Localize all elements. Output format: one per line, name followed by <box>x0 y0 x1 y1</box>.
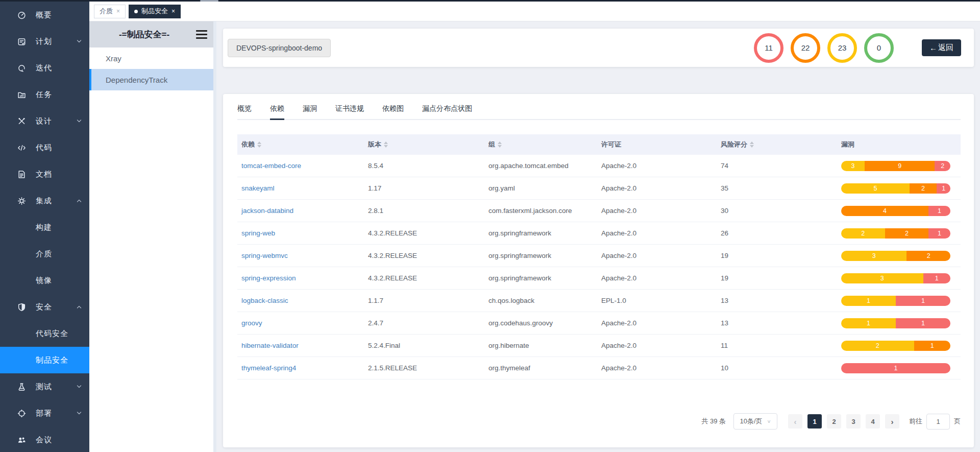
group-cell: org.thymeleaf <box>484 364 597 372</box>
sidebar-item-0[interactable]: 概要 <box>0 2 89 28</box>
sidebar-item-4[interactable]: 设计 <box>0 108 89 134</box>
sidebar-item-11[interactable]: 安全 <box>0 294 89 320</box>
severity-circle-0: 11 <box>754 33 783 63</box>
table-row: spring-web4.3.2.RELEASEorg.springframewo… <box>237 222 961 245</box>
chevron-down-icon <box>76 38 82 44</box>
page-button-1[interactable]: 1 <box>807 414 822 429</box>
tab-2[interactable]: 漏洞 <box>303 104 317 119</box>
column-header-1[interactable]: 版本 <box>364 140 484 149</box>
sidebar-item-2[interactable]: 迭代 <box>0 55 89 81</box>
dependency-cell: logback-classic <box>237 297 364 304</box>
column-header-2[interactable]: 组 <box>484 140 597 149</box>
content-area: DEVOPS-springboot-demo 1122230 ←返回 概览依赖漏… <box>216 21 980 452</box>
vulnerability-bar: 11 <box>841 296 950 306</box>
page-size-select[interactable]: 10条/页 ∨ <box>733 413 777 430</box>
dependency-link[interactable]: thymeleaf-spring4 <box>241 364 296 372</box>
dependency-link[interactable]: spring-expression <box>241 274 296 282</box>
next-page-button[interactable]: › <box>885 414 899 429</box>
sidebar-item-3[interactable]: 任务 <box>0 81 89 108</box>
sidebar-item-13[interactable]: 制品安全 <box>0 347 89 373</box>
table-row: hibernate-validator5.2.4.Finalorg.hibern… <box>237 335 961 357</box>
back-button[interactable]: ←返回 <box>922 39 961 56</box>
sidebar-item-14[interactable]: 测试 <box>0 373 89 400</box>
version-cell: 8.5.4 <box>364 162 484 170</box>
sidebar-item-6[interactable]: 文档 <box>0 161 89 187</box>
tab-1[interactable]: 依赖 <box>270 104 284 119</box>
group-cell: org.springframework <box>484 252 597 259</box>
dependency-link[interactable]: hibernate-validator <box>241 342 299 349</box>
page-button-4[interactable]: 4 <box>866 414 880 429</box>
dependency-link[interactable]: snakeyaml <box>241 184 275 192</box>
license-cell: Apache-2.0 <box>597 364 717 372</box>
tab-3[interactable]: 证书违规 <box>335 104 364 119</box>
license-cell: Apache-2.0 <box>597 229 717 237</box>
license-cell: Apache-2.0 <box>597 274 717 282</box>
column-header-5: 漏洞 <box>837 140 961 149</box>
table-row: thymeleaf-spring42.1.5.RELEASEorg.thymel… <box>237 357 961 379</box>
column-header-label: 依赖 <box>241 140 255 149</box>
dependency-link[interactable]: jackson-databind <box>241 207 293 215</box>
goto-page-input[interactable] <box>926 414 950 430</box>
plan-icon <box>17 37 27 46</box>
prev-page-button[interactable]: ‹ <box>788 414 802 429</box>
column-header-label: 漏洞 <box>841 140 854 149</box>
table-row: jackson-databind2.8.1com.fasterxml.jacks… <box>237 200 961 222</box>
sidebar-item-10[interactable]: 镜像 <box>0 267 89 294</box>
sidebar-item-5[interactable]: 代码 <box>0 134 89 161</box>
tab-4[interactable]: 依赖图 <box>382 104 404 119</box>
chevron-down-icon: ∨ <box>767 419 771 424</box>
menu-icon[interactable] <box>196 30 207 39</box>
tab-0[interactable]: 概览 <box>237 104 252 119</box>
sort-icon[interactable] <box>750 141 754 148</box>
tab-5[interactable]: 漏点分布点状图 <box>422 104 472 119</box>
severity-circle-3: 0 <box>864 33 894 63</box>
sidebar-item-9[interactable]: 介质 <box>0 241 89 267</box>
close-icon[interactable]: × <box>172 8 175 15</box>
vulnerability-cell: 41 <box>837 206 961 216</box>
app-root: 概要计划迭代任务设计代码文档集成构建介质镜像安全代码安全制品安全测试部署会议 介… <box>0 2 980 452</box>
sidebar-item-16[interactable]: 会议 <box>0 426 89 452</box>
panel-item-xray[interactable]: Xray <box>89 47 213 69</box>
sidebar-item-8[interactable]: 构建 <box>0 214 89 241</box>
table-row: snakeyaml1.17org.yamlApache-2.035521 <box>237 177 961 200</box>
chevron-down-icon <box>76 384 82 390</box>
dashboard-icon <box>17 11 27 19</box>
table-row: groovy2.4.7org.codehaus.groovyApache-2.0… <box>237 312 961 335</box>
sidebar-item-1[interactable]: 计划 <box>0 28 89 55</box>
vulnerability-bar: 32 <box>841 251 950 261</box>
sort-icon[interactable] <box>257 141 261 148</box>
dependency-link[interactable]: spring-web <box>241 229 275 237</box>
dependency-link[interactable]: spring-webmvc <box>241 252 288 259</box>
sort-icon[interactable] <box>384 141 388 148</box>
horizontal-scrollbar-thumb[interactable] <box>200 0 218 2</box>
page-button-2[interactable]: 2 <box>827 414 841 429</box>
severity-circle-2: 23 <box>827 33 857 63</box>
column-header-4[interactable]: 风险评分 <box>717 140 837 149</box>
window-top-strip <box>0 0 980 2</box>
vulnerability-cell: 221 <box>837 228 961 239</box>
close-icon[interactable]: × <box>116 8 120 15</box>
open-tab-0[interactable]: 介质× <box>94 5 126 18</box>
vuln-segment-yellow: 2 <box>841 228 885 239</box>
chevron-down-icon <box>76 410 82 416</box>
sidebar-item-7[interactable]: 集成 <box>0 187 89 214</box>
vulnerability-cell: 32 <box>837 251 961 261</box>
open-tab-1[interactable]: 制品安全× <box>129 5 181 18</box>
sidebar-item-label: 计划 <box>36 37 76 46</box>
panel-item-dependencytrack[interactable]: DependencyTrack <box>89 69 213 90</box>
dependency-link[interactable]: logback-classic <box>241 297 288 304</box>
toolbar-card: DEVOPS-springboot-demo 1122230 ←返回 <box>223 29 974 67</box>
dependency-link[interactable]: tomcat-embed-core <box>241 162 301 170</box>
sidebar-item-label: 迭代 <box>36 63 82 73</box>
column-header-0[interactable]: 依赖 <box>237 140 364 149</box>
detail-tabs: 概览依赖漏洞证书违规依赖图漏点分布点状图 <box>237 104 961 120</box>
chevron-up-icon <box>76 304 82 310</box>
vulnerability-bar: 21 <box>841 341 950 351</box>
project-button[interactable]: DEVOPS-springboot-demo <box>228 39 331 57</box>
sort-icon[interactable] <box>498 141 502 148</box>
page-button-3[interactable]: 3 <box>846 414 861 429</box>
sidebar-item-12[interactable]: 代码安全 <box>0 320 89 347</box>
sidebar-item-15[interactable]: 部署 <box>0 400 89 426</box>
risk-score-cell: 11 <box>717 342 837 349</box>
dependency-link[interactable]: groovy <box>241 319 262 327</box>
